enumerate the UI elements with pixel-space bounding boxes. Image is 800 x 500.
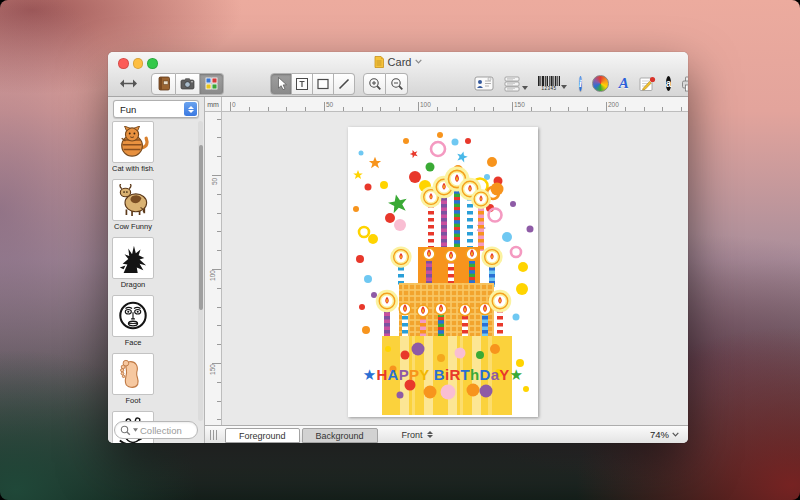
card-page[interactable]: ★HAPPY BiRThDaY★ (348, 127, 538, 417)
zoom-out-button[interactable] (386, 73, 408, 95)
app-window: Card (108, 52, 688, 443)
notes-icon[interactable] (639, 76, 656, 92)
arrow-tool-button[interactable] (270, 73, 292, 95)
design-canvas[interactable]: ★HAPPY BiRThDaY★ (222, 112, 688, 425)
source-segment (151, 73, 224, 95)
search-placeholder: Collection (140, 425, 182, 436)
tools-segment (270, 73, 355, 95)
camera-button[interactable] (176, 73, 200, 95)
barcode-digits: 12345 (541, 87, 556, 92)
labels-chevron-icon (522, 86, 528, 90)
sidebar-scrollbar[interactable] (198, 121, 203, 421)
side-popup[interactable]: Front (402, 430, 433, 440)
vertical-ruler: 50100150 (205, 112, 222, 425)
contact-card-icon[interactable] (474, 76, 494, 91)
card-text: ★HAPPY BiRThDaY★ (363, 366, 524, 383)
dragon-clipart-icon (112, 237, 154, 279)
category-dropdown[interactable]: Fun (113, 100, 199, 118)
colors-grid-icon (205, 77, 218, 90)
face-clipart-icon (112, 295, 154, 337)
zoom-segment (363, 73, 408, 95)
clipart-item[interactable]: Cow Funny (112, 179, 154, 231)
dropdown-arrows-icon (184, 102, 197, 116)
clipart-item-label: Foot (112, 396, 154, 405)
info-glyph: i (579, 78, 582, 89)
color-wheel-icon[interactable] (592, 75, 609, 92)
stepper-icon (427, 431, 433, 439)
zoom-in-icon (368, 77, 382, 91)
at-glyph: a (666, 78, 672, 89)
toolbar: 12345 i A a (108, 71, 688, 96)
scroll-grip[interactable] (210, 430, 217, 440)
clipart-item[interactable]: Cat with fish... (112, 121, 154, 173)
clipart-item[interactable]: Foot (112, 353, 154, 405)
rect-tool-button[interactable] (313, 73, 334, 95)
info-icon[interactable]: i (579, 76, 582, 91)
line-icon (337, 77, 351, 91)
fonts-icon[interactable]: A (619, 75, 629, 92)
titlebar: Card (108, 52, 688, 71)
zoom-level-value: 74% (650, 429, 669, 440)
category-value: Fun (120, 104, 136, 115)
fonts-glyph: A (619, 75, 629, 92)
clipart-item-label: Face (112, 338, 154, 347)
text-frame-icon (295, 77, 309, 91)
title-chevron-icon[interactable] (415, 59, 422, 64)
zoom-level-control[interactable]: 74% (650, 429, 679, 440)
desktop-wallpaper: Card (0, 0, 800, 500)
text-tool-button[interactable] (292, 73, 313, 95)
side-popup-value: Front (402, 430, 423, 440)
zoom-button[interactable] (147, 58, 158, 69)
line-tool-button[interactable] (334, 73, 355, 95)
tab-background[interactable]: Background (302, 428, 378, 443)
sidebar-scrollbar-thumb[interactable] (199, 145, 203, 310)
title-wrap: Card (374, 56, 423, 68)
zoom-out-icon (390, 77, 404, 91)
print-icon[interactable] (681, 76, 688, 92)
clipart-item[interactable]: Dragon (112, 237, 154, 289)
cursor-icon (274, 76, 288, 91)
close-button[interactable] (118, 58, 129, 69)
address-labels-icon[interactable] (504, 76, 528, 92)
ruler-unit: mm (205, 97, 222, 112)
birthday-card-artwork: ★HAPPY BiRThDaY★ (348, 127, 538, 417)
zoom-in-button[interactable] (363, 73, 386, 95)
document-icon (374, 56, 384, 68)
clipart-item-label: Cat with fish... (112, 164, 154, 173)
collection-search[interactable]: Collection (114, 421, 198, 439)
tab-foreground[interactable]: Foreground (225, 428, 300, 443)
search-chevron-icon (133, 428, 138, 432)
barcode-chevron-icon (561, 85, 567, 89)
cat-clipart-icon (112, 121, 154, 163)
window-title: Card (388, 56, 412, 68)
sidebar-toggle-icon[interactable] (119, 78, 138, 89)
clipart-sidebar: Fun Cat with fish...Cow FunnyDragonFaceF… (108, 97, 205, 443)
traffic-lights (118, 58, 158, 69)
bottom-bar: ForegroundBackground Front 74% (205, 425, 688, 443)
horizontal-ruler: 050100150200 (222, 97, 688, 112)
cow-clipart-icon (112, 179, 154, 221)
cliparts-button[interactable] (200, 73, 224, 95)
clipart-item[interactable]: Face (112, 295, 154, 347)
camera-icon (180, 77, 195, 90)
minimize-button[interactable] (133, 58, 144, 69)
window-header: Card (108, 52, 688, 97)
clipart-grid: Cat with fish...Cow FunnyDragonFaceFootS… (112, 121, 197, 443)
address-book-button[interactable] (151, 73, 176, 95)
barcode-icon[interactable]: 12345 (538, 76, 567, 91)
clipart-item-label: Cow Funny (112, 222, 154, 231)
rectangle-icon (316, 77, 330, 91)
search-icon (120, 425, 131, 436)
foot-clipart-icon (112, 353, 154, 395)
address-book-icon (157, 76, 171, 91)
at-service-icon[interactable]: a (666, 76, 672, 91)
zoom-chevron-icon (672, 432, 679, 437)
layer-tabs: ForegroundBackground (225, 426, 380, 443)
clipart-item-label: Dragon (112, 280, 154, 289)
